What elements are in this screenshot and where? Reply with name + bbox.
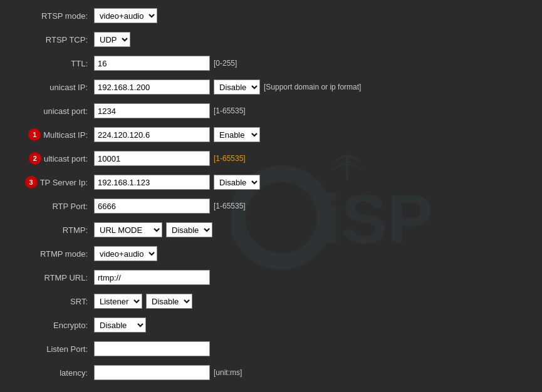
unicast-port-input[interactable] — [94, 103, 210, 118]
encrypto-select[interactable]: Disable Enable AES-128 AES-192 AES-256 — [94, 317, 146, 333]
rtmp-url-row: RTMP URL: — [13, 268, 529, 287]
unicast-ip-label: unicast IP: — [13, 83, 94, 92]
multicast-ip-row: 1 Multicast IP: Enable Disable — [13, 125, 529, 144]
rtmp-select1[interactable]: URL MODE PUSH MODE — [94, 222, 162, 237]
rtsp-mode-select[interactable]: video+audio video only audio only — [94, 8, 157, 23]
unicast-ip-select[interactable]: Disable Enable — [214, 80, 260, 95]
listen-port-label: Listen Port: — [13, 344, 94, 354]
ttl-row: TTL: [0-255] — [13, 54, 529, 73]
latency-label: latency: — [13, 368, 94, 378]
srt-row: SRT: Listener Caller Disable Enable — [13, 292, 529, 311]
unicast-port-label: unicast port: — [13, 106, 94, 116]
unicast-ip-row: unicast IP: Disable Enable [Support doma… — [13, 78, 529, 96]
unicast-port-hint: [1-65535] — [214, 106, 246, 115]
rtp-server-ip-row: 3 TP Server Ip: Disable Enable — [13, 173, 529, 192]
listen-port-input[interactable] — [94, 341, 210, 356]
unicast-ip-input[interactable] — [94, 80, 210, 95]
unicast-ip-hint: [Support domain or ip format] — [264, 83, 361, 91]
rtsp-tcp-row: RTSP TCP: UDP TCP — [13, 30, 529, 49]
rtp-port-label: RTP Port: — [13, 202, 94, 211]
rtmp-label: RTMP: — [13, 225, 94, 235]
rtsp-tcp-label: RTSP TCP: — [13, 35, 94, 44]
rtmp-mode-label: RTMP mode: — [13, 249, 94, 259]
badge-1: 1 — [28, 128, 41, 141]
rtmp-select2[interactable]: Disable Enable — [166, 222, 212, 237]
rtp-port-hint: [1-65535] — [214, 202, 246, 210]
rtp-port-input[interactable] — [94, 199, 210, 214]
latency-input[interactable] — [94, 365, 210, 380]
multicast-port-input[interactable] — [94, 151, 210, 166]
ttl-hint: [0-255] — [214, 59, 237, 68]
ttl-input[interactable] — [94, 56, 210, 71]
encrypto-label: Encrypto: — [13, 321, 94, 330]
unicast-port-row: unicast port: [1-65535] — [13, 101, 529, 120]
badge-2: 2 — [29, 152, 41, 165]
listen-port-row: Listen Port: — [13, 339, 529, 358]
rtp-server-ip-input[interactable] — [94, 175, 210, 190]
rtmp-mode-row: RTMP mode: video+audio video only audio … — [13, 244, 529, 263]
srt-select2[interactable]: Disable Enable — [146, 294, 192, 309]
rtmp-url-label: RTMP URL: — [13, 273, 94, 282]
rtmp-row: RTMP: URL MODE PUSH MODE Disable Enable — [13, 220, 529, 239]
multicast-ip-input[interactable] — [94, 127, 210, 142]
multicast-ip-select[interactable]: Enable Disable — [214, 127, 260, 142]
multicast-port-row: 2 ulticast port: [1-65535] — [13, 149, 529, 168]
rtsp-mode-row: RTSP mode: video+audio video only audio … — [13, 6, 529, 25]
rtsp-tcp-select[interactable]: UDP TCP — [94, 32, 130, 47]
badge-3: 3 — [25, 176, 38, 188]
srt-label: SRT: — [13, 297, 94, 306]
rtp-server-ip-label: TP Server Ip: — [40, 178, 88, 187]
ttl-label: TTL: — [13, 59, 94, 68]
rtmp-url-input[interactable] — [94, 270, 210, 285]
form-container: RTSP mode: video+audio video only audio … — [0, 0, 542, 392]
encrypto-row: Encrypto: Disable Enable AES-128 AES-192… — [13, 316, 529, 334]
rtp-server-ip-select[interactable]: Disable Enable — [214, 175, 260, 190]
multicast-port-hint: [1-65535] — [214, 154, 246, 163]
rtmp-mode-select[interactable]: video+audio video only audio only — [94, 246, 157, 261]
multicast-ip-label: Multicast IP: — [43, 130, 88, 140]
rtsp-mode-label: RTSP mode: — [13, 11, 94, 21]
srt-select1[interactable]: Listener Caller — [94, 294, 142, 309]
latency-row: latency: [unit:ms] — [13, 363, 529, 382]
rtp-port-row: RTP Port: [1-65535] — [13, 197, 529, 215]
latency-hint: [unit:ms] — [214, 368, 242, 377]
multicast-port-label: ulticast port: — [44, 154, 88, 163]
